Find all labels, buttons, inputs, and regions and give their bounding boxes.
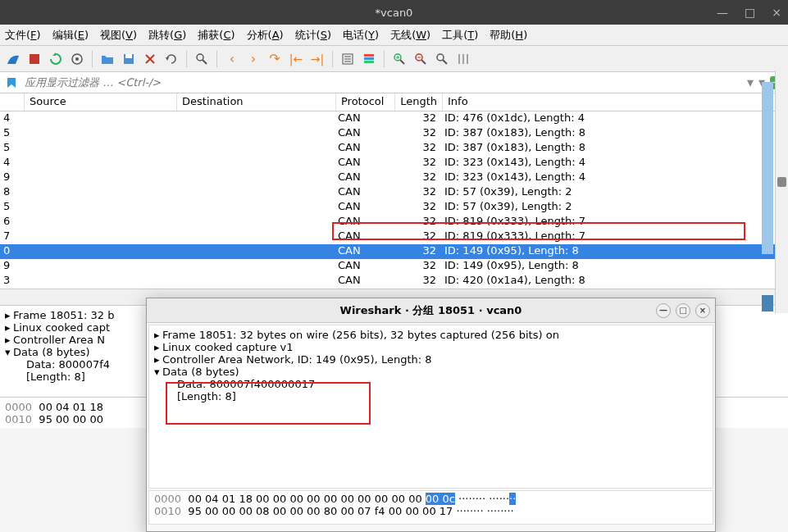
- minimize-button[interactable]: —: [717, 6, 728, 19]
- menu-help[interactable]: 帮助(H): [490, 28, 527, 43]
- packet-row[interactable]: 0CAN32 ID: 149 (0x95), Length: 8: [0, 244, 788, 259]
- zoom-out-icon[interactable]: [411, 49, 430, 69]
- svg-rect-11: [364, 54, 374, 57]
- close-file-icon[interactable]: [140, 49, 160, 69]
- reload-icon[interactable]: [162, 49, 181, 69]
- colorize-icon[interactable]: [359, 49, 379, 69]
- expand-arrow-icon[interactable]: ▸: [5, 334, 13, 346]
- go-last-icon[interactable]: →|: [307, 49, 327, 69]
- packet-row[interactable]: 3CAN32 ID: 420 (0x1a4), Length: 8: [0, 274, 788, 289]
- bookmark-icon[interactable]: [3, 75, 20, 91]
- packet-row[interactable]: 9CAN32 ID: 323 (0x143), Length: 4: [0, 171, 788, 185]
- svg-line-20: [421, 60, 426, 64]
- window-title: *vcan0: [376, 7, 413, 19]
- capture-options-icon[interactable]: [67, 49, 87, 69]
- menu-wireless[interactable]: 无线(W): [390, 28, 430, 43]
- svg-line-6: [203, 60, 207, 64]
- window-titlebar: *vcan0 — □ ×: [0, 0, 788, 25]
- packet-row[interactable]: 4CAN32 ID: 476 (0x1dc), Length: 4: [0, 111, 788, 126]
- display-filter-bar: ▾ ▾ +: [0, 72, 788, 93]
- menu-capture[interactable]: 捕获(C): [198, 28, 235, 43]
- zoom-in-icon[interactable]: [389, 49, 409, 69]
- svg-rect-12: [364, 57, 374, 60]
- close-button[interactable]: ×: [772, 6, 781, 19]
- go-forward-icon[interactable]: ›: [244, 49, 263, 69]
- open-file-icon[interactable]: [98, 49, 117, 69]
- expand-arrow-icon[interactable]: ▸: [5, 321, 13, 334]
- expand-arrow-icon[interactable]: ▸: [154, 353, 162, 366]
- save-file-icon[interactable]: [119, 49, 139, 69]
- svg-point-5: [197, 54, 203, 61]
- toolbar: ‹ › ↷ |← →|: [0, 46, 788, 72]
- dialog-titlebar: Wireshark · 分组 18051 · vcan0 — □ ×: [147, 298, 715, 323]
- menu-analyze[interactable]: 分析(A): [247, 28, 284, 43]
- shark-fin-icon[interactable]: [3, 49, 23, 69]
- menu-tools[interactable]: 工具(T): [442, 28, 478, 43]
- go-first-icon[interactable]: |←: [286, 49, 306, 69]
- overview-marker: [762, 82, 773, 254]
- dialog-bytes-pane[interactable]: 0000 00 04 01 18 00 00 00 00 00 00 00 00…: [148, 490, 713, 525]
- packet-row[interactable]: 7CAN32 ID: 819 (0x333), Length: 7: [0, 230, 788, 244]
- find-packet-icon[interactable]: [192, 49, 212, 69]
- auto-scroll-icon[interactable]: [338, 49, 358, 69]
- dialog-close-button[interactable]: ×: [695, 303, 710, 318]
- collapse-arrow-icon[interactable]: ▾: [5, 346, 13, 358]
- menu-edit[interactable]: 编辑(E): [52, 28, 89, 43]
- dialog-minimize-button[interactable]: —: [656, 303, 671, 318]
- expression-dropdown-icon[interactable]: ▾: [747, 75, 754, 90]
- menu-statistics[interactable]: 统计(S): [295, 28, 331, 43]
- display-filter-input[interactable]: [23, 75, 742, 90]
- dialog-title: Wireshark · 分组 18051 · vcan0: [340, 303, 522, 318]
- stop-capture-icon[interactable]: [25, 49, 44, 69]
- collapse-arrow-icon[interactable]: ▾: [154, 366, 162, 378]
- packet-row[interactable]: 8CAN32 ID: 57 (0x39), Length: 2: [0, 185, 788, 200]
- dialog-details-pane[interactable]: ▸Frame 18051: 32 bytes on wire (256 bits…: [148, 325, 713, 489]
- expand-arrow-icon[interactable]: ▸: [5, 309, 13, 321]
- menu-view[interactable]: 视图(V): [100, 28, 137, 43]
- packet-row[interactable]: 5CAN32 ID: 387 (0x183), Length: 8: [0, 126, 788, 141]
- svg-line-17: [400, 60, 404, 64]
- col-destination[interactable]: Destination: [177, 93, 336, 111]
- go-to-packet-icon[interactable]: ↷: [265, 49, 285, 69]
- overview-selected-marker: [762, 295, 773, 311]
- packet-list-pane: Source Destination Protocol Length Info …: [0, 93, 788, 289]
- packet-row[interactable]: 5CAN32 ID: 57 (0x39), Length: 2: [0, 200, 788, 215]
- menu-file[interactable]: 文件(F): [5, 28, 41, 43]
- svg-line-22: [443, 60, 447, 64]
- expand-arrow-icon[interactable]: ▸: [154, 341, 162, 353]
- menu-go[interactable]: 跳转(G): [148, 28, 186, 43]
- svg-rect-4: [125, 54, 132, 58]
- scrollbar-vertical[interactable]: [775, 70, 788, 313]
- packet-row[interactable]: 9CAN32 ID: 149 (0x95), Length: 8: [0, 259, 788, 274]
- packet-row[interactable]: 5CAN32 ID: 387 (0x183), Length: 8: [0, 141, 788, 156]
- packet-row[interactable]: 6CAN32 ID: 819 (0x333), Length: 7: [0, 215, 788, 230]
- packet-list-rows[interactable]: 4CAN32 ID: 476 (0x1dc), Length: 45CAN32 …: [0, 111, 788, 289]
- svg-rect-13: [364, 61, 374, 63]
- dialog-maximize-button[interactable]: □: [676, 303, 690, 318]
- packet-list-header: Source Destination Protocol Length Info: [0, 93, 788, 111]
- zoom-reset-icon[interactable]: [432, 49, 452, 69]
- go-back-icon[interactable]: ‹: [222, 49, 242, 69]
- svg-point-21: [437, 54, 444, 61]
- col-source[interactable]: Source: [25, 93, 177, 111]
- menu-bar: 文件(F) 编辑(E) 视图(V) 跳转(G) 捕获(C) 分析(A) 统计(S…: [0, 25, 788, 46]
- resize-columns-icon[interactable]: [453, 49, 473, 69]
- svg-rect-0: [30, 54, 39, 64]
- col-protocol[interactable]: Protocol: [336, 93, 395, 111]
- restart-capture-icon[interactable]: [46, 49, 66, 69]
- maximize-button[interactable]: □: [745, 6, 755, 19]
- col-info[interactable]: Info: [443, 93, 788, 111]
- packet-dialog: Wireshark · 分组 18051 · vcan0 — □ × ▸Fram…: [146, 298, 716, 532]
- svg-point-2: [75, 57, 79, 61]
- col-length[interactable]: Length: [395, 93, 443, 111]
- expand-arrow-icon[interactable]: ▸: [154, 329, 162, 341]
- menu-telephony[interactable]: 电话(Y): [343, 28, 379, 43]
- packet-row[interactable]: 4CAN32 ID: 323 (0x143), Length: 4: [0, 156, 788, 171]
